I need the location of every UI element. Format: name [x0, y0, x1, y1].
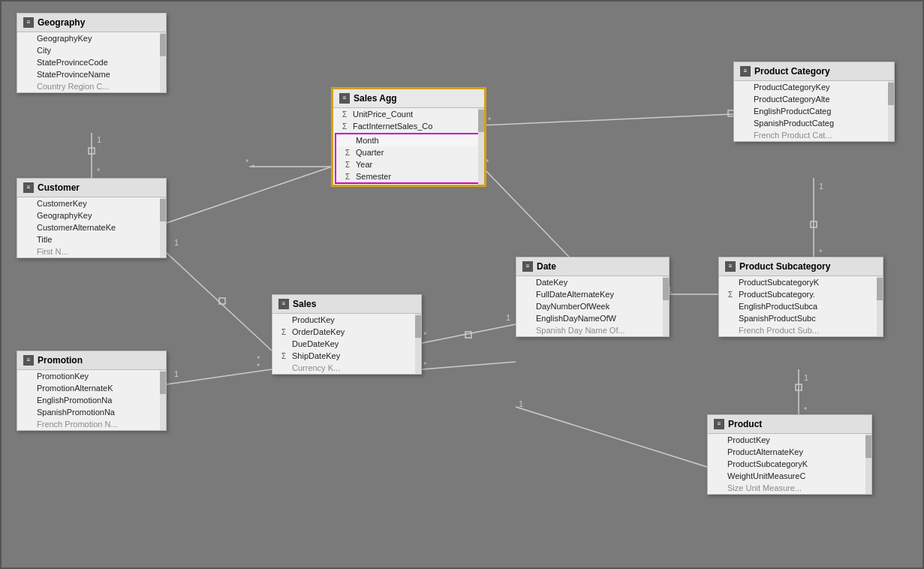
table-row[interactable]: ΣOrderDateKey: [272, 326, 421, 338]
table-row[interactable]: DueDateKey: [272, 338, 421, 350]
svg-line-27: [516, 407, 707, 467]
sales-table[interactable]: ≡ Sales ProductKey ΣOrderDateKey DueDate…: [272, 294, 422, 375]
product-subcategory-table[interactable]: ≡ Product Subcategory ProductSubcategory…: [718, 257, 883, 337]
svg-text:*: *: [97, 167, 101, 176]
svg-line-22: [422, 362, 516, 369]
table-row[interactable]: City: [17, 44, 166, 56]
table-row[interactable]: GeographyKey: [17, 209, 166, 221]
table-row[interactable]: EnglishDayNameOfW: [516, 312, 669, 324]
table-row[interactable]: DateKey: [516, 276, 669, 288]
sales-agg-table[interactable]: ≡ Sales Agg ΣUnitPrice_Count ΣFactIntern…: [332, 88, 486, 186]
table-row[interactable]: SpanishPromotionNa: [17, 406, 166, 418]
table-row[interactable]: WeightUnitMeasureC: [708, 470, 871, 482]
customer-table[interactable]: ≡ Customer CustomerKey GeographyKey Cust…: [17, 178, 167, 258]
geography-header: ≡ Geography: [17, 14, 166, 32]
svg-line-10: [167, 369, 272, 384]
svg-line-4: [167, 253, 272, 351]
table-row[interactable]: ΣProductSubcategory.: [719, 288, 883, 300]
product-category-header: ≡ Product Category: [734, 62, 894, 81]
promotion-title: Promotion: [38, 355, 83, 366]
customer-title: Customer: [38, 182, 80, 193]
date-title: Date: [537, 261, 556, 272]
sales-agg-title: Sales Agg: [354, 93, 397, 104]
table-row[interactable]: Spanish Day Name Of...: [516, 324, 669, 336]
table-row[interactable]: SpanishProductCateg: [734, 117, 894, 129]
table-row[interactable]: First N...: [17, 245, 166, 257]
table-row[interactable]: SpanishProductSubc: [719, 312, 883, 324]
month-row[interactable]: Month: [336, 134, 481, 146]
table-row[interactable]: ΣQuarter: [336, 146, 481, 158]
table-row[interactable]: EnglishProductSubca: [719, 300, 883, 312]
geography-table[interactable]: ≡ Geography GeographyKey City StateProvi…: [17, 13, 167, 93]
table-row[interactable]: ProductKey: [708, 434, 871, 446]
svg-rect-7: [219, 298, 225, 304]
table-row[interactable]: ΣUnitPrice_Count: [333, 108, 484, 120]
product-category-body: ProductCategoryKey ProductCategoryAlte E…: [734, 81, 894, 141]
svg-text:1: 1: [174, 238, 179, 247]
svg-text:*: *: [257, 354, 260, 363]
sales-title: Sales: [293, 299, 316, 309]
table-row[interactable]: ProductSubcategoryK: [708, 458, 871, 470]
table-row[interactable]: Currency K...: [272, 362, 421, 374]
svg-text:*: *: [257, 362, 260, 371]
table-row[interactable]: PromotionKey: [17, 370, 166, 382]
product-subcategory-title: Product Subcategory: [739, 261, 830, 272]
promotion-table-icon: ≡: [23, 355, 34, 366]
table-row[interactable]: StateProvinceName: [17, 68, 166, 80]
table-row[interactable]: French Product Cat...: [734, 129, 894, 141]
table-row[interactable]: ProductCategoryAlte: [734, 93, 894, 105]
customer-body: CustomerKey GeographyKey CustomerAlterna…: [17, 197, 166, 257]
table-row[interactable]: StateProvinceCode: [17, 56, 166, 68]
table-row[interactable]: ΣFactInternetSales_Co: [333, 120, 484, 132]
promotion-header: ≡ Promotion: [17, 351, 166, 370]
table-row[interactable]: ProductSubcategoryK: [719, 276, 883, 288]
product-subcategory-icon: ≡: [725, 261, 736, 272]
table-row[interactable]: ΣSemester: [336, 170, 481, 182]
product-table[interactable]: ≡ Product ProductKey ProductAlternateKey…: [707, 414, 872, 495]
table-row[interactable]: ProductAlternateKey: [708, 446, 871, 458]
table-row[interactable]: CustomerAlternateKe: [17, 221, 166, 233]
svg-text:*: *: [423, 360, 427, 369]
geography-title: Geography: [38, 17, 85, 28]
svg-rect-31: [811, 221, 817, 227]
table-row[interactable]: CustomerKey: [17, 197, 166, 209]
table-row[interactable]: French Product Sub...: [719, 324, 883, 336]
sales-agg-body: ΣUnitPrice_Count ΣFactInternetSales_Co M…: [333, 108, 484, 185]
promotion-body: PromotionKey PromotionAlternateK English…: [17, 370, 166, 430]
date-table-icon: ≡: [522, 261, 533, 272]
svg-text:*: *: [488, 116, 492, 125]
table-row[interactable]: ΣShipDateKey: [272, 350, 421, 362]
table-row[interactable]: Size Unit Measure...: [708, 482, 871, 494]
product-table-icon: ≡: [714, 419, 724, 429]
table-row[interactable]: DayNumberOfWeek: [516, 300, 669, 312]
sales-body: ProductKey ΣOrderDateKey DueDateKey ΣShi…: [272, 314, 421, 374]
geography-body: GeographyKey City StateProvinceCode Stat…: [17, 32, 166, 92]
table-row[interactable]: French Promotion N...: [17, 418, 166, 430]
table-row[interactable]: PromotionAlternateK: [17, 382, 166, 394]
svg-line-8: [167, 167, 332, 223]
month-highlight-block: Month ΣQuarter ΣYear ΣSemester: [335, 133, 483, 184]
svg-text:*: *: [819, 248, 823, 257]
product-title: Product: [728, 419, 762, 429]
table-row[interactable]: FullDateAlternateKey: [516, 288, 669, 300]
date-table[interactable]: ≡ Date DateKey FullDateAlternateKey DayN…: [516, 257, 670, 337]
svg-rect-21: [465, 332, 471, 338]
product-category-table[interactable]: ≡ Product Category ProductCategoryKey Pr…: [733, 62, 895, 142]
product-category-title: Product Category: [754, 66, 830, 77]
table-row[interactable]: ΣYear: [336, 158, 481, 170]
table-row[interactable]: GeographyKey: [17, 32, 166, 44]
promotion-table[interactable]: ≡ Promotion PromotionKey PromotionAltern…: [17, 351, 167, 431]
product-subcategory-header: ≡ Product Subcategory: [719, 257, 883, 276]
svg-text:1: 1: [97, 135, 101, 144]
sales-agg-header: ≡ Sales Agg: [333, 89, 484, 108]
customer-table-icon: ≡: [23, 182, 34, 193]
table-row[interactable]: ProductKey: [272, 314, 421, 326]
table-row[interactable]: Country Region C...: [17, 80, 166, 92]
table-row[interactable]: EnglishPromotionNa: [17, 394, 166, 406]
product-body: ProductKey ProductAlternateKey ProductSu…: [708, 434, 871, 494]
svg-text:1: 1: [174, 369, 179, 378]
table-row[interactable]: EnglishProductCateg: [734, 105, 894, 117]
product-header: ≡ Product: [708, 415, 871, 434]
table-row[interactable]: ProductCategoryKey: [734, 81, 894, 93]
table-row[interactable]: Title: [17, 233, 166, 245]
